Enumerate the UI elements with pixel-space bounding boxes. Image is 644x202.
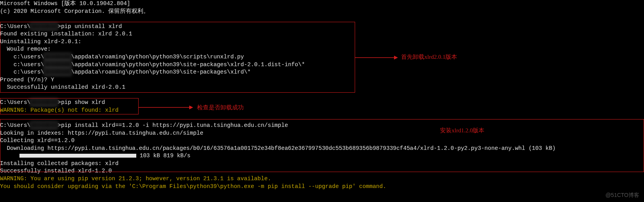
redacted-user: ████████ xyxy=(30,23,58,31)
remove-path-2: c:\users\████████\appdata\roaming\python… xyxy=(0,61,644,69)
remove-path-3: c:\users\████████\appdata\roaming\python… xyxy=(0,69,644,76)
uninstalling-line: Uninstalling xlrd-2.0.1: xyxy=(0,38,644,46)
upgrade-hint-line: You should consider upgrading via the 'C… xyxy=(0,183,644,191)
cmd-install: C:\Users\████████>pip install xlrd==1.2.… xyxy=(0,122,644,130)
cmd-show: C:\Users\████████>pip show xlrd xyxy=(0,99,644,107)
blank-line xyxy=(0,15,644,23)
success-uninstall-line: Successfully uninstalled xlrd-2.0.1 xyxy=(0,84,644,91)
found-install-line: Found existing installation: xlrd 2.0.1 xyxy=(0,30,644,38)
annotation-uninstall: 首先卸载xlrd2.0.1版本 xyxy=(401,53,457,61)
warning-not-found: WARNING: Package(s) not found: xlrd xyxy=(0,107,644,114)
watermark: @51CTO博客 xyxy=(605,191,639,199)
cmd-uninstall: C:\Users\████████>pip uninstall xlrd xyxy=(0,23,644,31)
downloading-line: Downloading https://pypi.tuna.tsinghua.e… xyxy=(0,145,644,153)
redacted-user: ████████ xyxy=(44,53,71,61)
os-version-line: Microsoft Windows [版本 10.0.19042.804] xyxy=(0,0,644,8)
blank-line xyxy=(0,91,644,99)
copyright-line: (c) 2020 Microsoft Corporation. 保留所有权利。 xyxy=(0,8,644,16)
remove-path-1: c:\users\████████\appdata\roaming\python… xyxy=(0,53,644,61)
progress-bar xyxy=(19,154,136,158)
installing-line: Installing collected packages: xlrd xyxy=(0,160,644,168)
annotation-install: 安装xlrd1.2.0版本 xyxy=(440,126,484,134)
progress-line: 103 kB 819 kB/s xyxy=(0,152,644,160)
collecting-line: Collecting xlrd==1.2.0 xyxy=(0,137,644,145)
redacted-user: ████████ xyxy=(30,99,58,107)
redacted-user: ████████ xyxy=(44,61,71,69)
warning-pip-version: WARNING: You are using pip version 21.2.… xyxy=(0,175,644,183)
annotation-check: 检查是否卸载成功 xyxy=(197,104,244,111)
redacted-user: ████████ xyxy=(30,122,58,130)
blank-line xyxy=(0,114,644,122)
proceed-prompt: Proceed (Y/n)? Y xyxy=(0,76,644,84)
looking-indexes-line: Looking in indexes: https://pypi.tuna.ts… xyxy=(0,130,644,137)
success-install-line: Successfully installed xlrd-1.2.0 xyxy=(0,167,644,175)
would-remove-line: Would remove: xyxy=(0,46,644,53)
redacted-user: ████████ xyxy=(44,69,71,76)
terminal-window[interactable]: Microsoft Windows [版本 10.0.19042.804] (c… xyxy=(0,0,644,202)
